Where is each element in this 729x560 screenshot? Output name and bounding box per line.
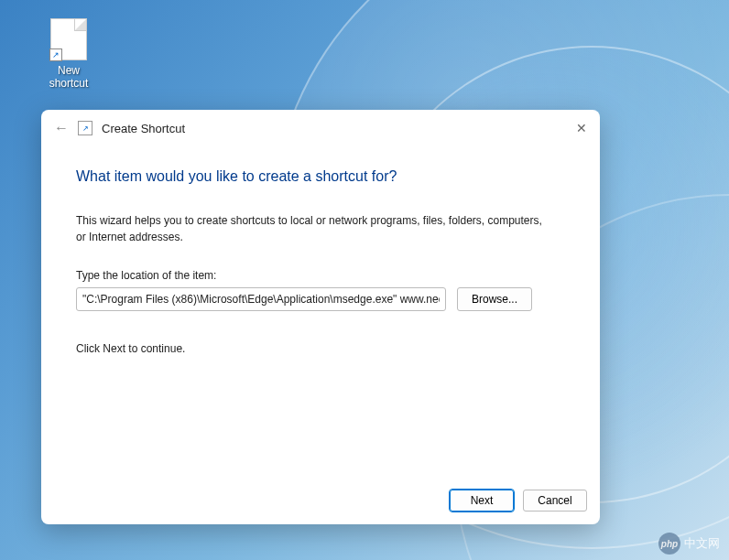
wizard-heading: What item would you like to create a sho… (76, 168, 565, 185)
watermark-text: 中文网 (684, 535, 720, 552)
next-button[interactable]: Next (450, 490, 514, 512)
location-input[interactable] (76, 287, 446, 311)
continue-text: Click Next to continue. (76, 342, 565, 355)
dialog-body: What item would you like to create a sho… (41, 148, 600, 479)
back-arrow-icon[interactable]: ← (52, 119, 71, 137)
location-label: Type the location of the item: (76, 269, 565, 282)
shortcut-mini-icon: ↗ (78, 121, 92, 135)
cancel-button[interactable]: Cancel (523, 490, 587, 512)
wizard-description: This wizard helps you to create shortcut… (76, 212, 552, 245)
create-shortcut-dialog: ← ↗ Create Shortcut ✕ What item would yo… (41, 110, 600, 524)
close-button[interactable]: ✕ (571, 117, 593, 139)
dialog-title: Create Shortcut (102, 122, 185, 135)
watermark-logo-icon: php (658, 533, 680, 555)
dialog-header: ← ↗ Create Shortcut ✕ (41, 110, 600, 148)
shortcut-overlay-icon: ↗ (49, 48, 62, 61)
close-icon: ✕ (576, 121, 587, 135)
location-row: Browse... (76, 287, 565, 311)
dialog-footer: Next Cancel (41, 479, 600, 524)
file-icon: ↗ (50, 18, 87, 60)
desktop-shortcut-icon[interactable]: ↗ New shortcut (37, 18, 101, 90)
browse-button[interactable]: Browse... (457, 287, 532, 311)
watermark: php 中文网 (658, 533, 720, 555)
desktop-icon-label: New shortcut (37, 64, 101, 90)
